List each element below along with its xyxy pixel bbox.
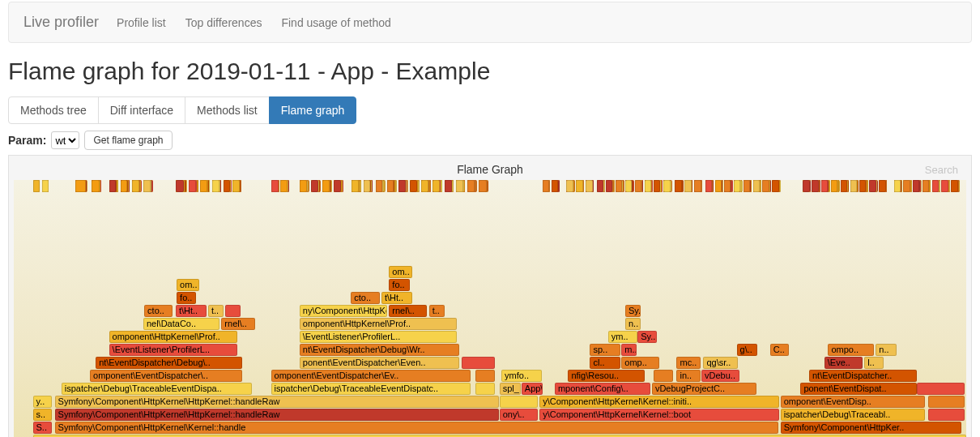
nav-profile-list[interactable]: Profile list <box>117 16 166 29</box>
flame-frame[interactable]: rnel\.. <box>389 305 427 317</box>
flame-frame[interactable] <box>500 396 538 408</box>
flame-frame[interactable] <box>42 180 49 192</box>
nav-top-diff[interactable]: Top differences <box>185 16 262 29</box>
flame-frame[interactable] <box>913 180 919 192</box>
flame-frame[interactable] <box>654 370 673 382</box>
flame-frame[interactable] <box>675 180 682 192</box>
flame-frame[interactable] <box>75 180 85 192</box>
flame-frame[interactable]: ispatcher\Debug\TraceableEventDispa.. <box>62 383 252 395</box>
flame-frame[interactable] <box>109 180 117 192</box>
flame-search[interactable]: Search <box>925 164 958 176</box>
flame-frame[interactable] <box>387 180 394 192</box>
flame-frame[interactable]: n.. <box>876 344 897 356</box>
flame-frame[interactable] <box>831 180 837 192</box>
flame-frame[interactable]: \EventListener\ProfilerL.. <box>300 331 457 343</box>
flame-frame[interactable] <box>143 180 151 192</box>
flame-frame[interactable] <box>176 180 184 192</box>
flame-frame[interactable] <box>232 180 240 192</box>
flame-frame[interactable]: ponent\EventDispat.. <box>800 383 916 395</box>
flame-frame[interactable]: \Eve.. <box>824 357 863 369</box>
flame-frame[interactable] <box>475 383 495 395</box>
tab-methods-list[interactable]: Methods list <box>185 96 270 124</box>
flame-frame[interactable]: g\.. <box>737 344 758 356</box>
param-select[interactable]: wt <box>51 131 79 149</box>
flame-frame[interactable] <box>859 180 866 192</box>
flame-frame[interactable]: ny\Component\HttpKernel\HttpKernel::fil.… <box>300 305 387 317</box>
flame-frame[interactable] <box>479 180 487 192</box>
flame-frame[interactable]: omponent\EventDispatcher\.. <box>90 370 242 382</box>
tab-flame-graph[interactable]: Flame graph <box>269 96 357 124</box>
flame-frame[interactable]: nt\EventDispatcher.. <box>809 370 917 382</box>
flame-frame[interactable] <box>928 409 965 421</box>
flame-frame[interactable] <box>92 180 100 192</box>
flame-frame[interactable] <box>311 180 318 192</box>
flame-frame[interactable]: sp.. <box>590 344 620 356</box>
flame-frame[interactable]: m.. <box>621 344 637 356</box>
flame-graph[interactable]: om..om..fo..fo..cto..t\Ht..cto..t\Ht..t.… <box>14 180 966 437</box>
flame-frame[interactable]: y.. <box>33 396 53 408</box>
flame-frame[interactable]: Symfony\Component\HttpKernel\HttpKernel:… <box>55 396 499 408</box>
flame-frame[interactable] <box>410 180 417 192</box>
flame-frame[interactable] <box>566 180 573 192</box>
flame-frame[interactable] <box>456 180 463 192</box>
flame-frame[interactable] <box>462 357 495 369</box>
brand[interactable]: Live profiler <box>23 14 99 31</box>
flame-frame[interactable] <box>654 180 660 192</box>
flame-frame[interactable] <box>663 180 671 192</box>
flame-frame[interactable] <box>352 180 359 192</box>
flame-frame[interactable] <box>903 180 910 192</box>
flame-frame[interactable] <box>280 180 288 192</box>
flame-frame[interactable] <box>724 180 731 192</box>
flame-frame[interactable]: \EventListener\ProfilerL.. <box>109 344 238 356</box>
tab-diff-interface[interactable]: Diff interface <box>98 96 185 124</box>
flame-frame[interactable] <box>879 180 886 192</box>
flame-frame[interactable] <box>200 180 207 192</box>
tab-methods-tree[interactable]: Methods tree <box>8 96 99 124</box>
flame-frame[interactable]: Sy.. <box>625 305 641 317</box>
flame-frame[interactable] <box>398 180 405 192</box>
flame-frame[interactable] <box>869 180 876 192</box>
flame-frame[interactable] <box>421 180 428 192</box>
flame-frame[interactable]: omponent\EventDispatcher\Ev.. <box>271 370 471 382</box>
flame-frame[interactable] <box>189 180 196 192</box>
flame-frame[interactable]: omp.. <box>621 357 659 369</box>
flame-frame[interactable]: y\Component\HttpKernel\Kernel::initi.. <box>539 396 779 408</box>
flame-frame[interactable] <box>432 180 440 192</box>
flame-frame[interactable]: mponent\Config\.. <box>555 383 650 395</box>
flame-frame[interactable] <box>586 180 593 192</box>
flame-frame[interactable] <box>821 180 828 192</box>
flame-frame[interactable] <box>772 180 779 192</box>
flame-frame[interactable] <box>445 180 452 192</box>
flame-frame[interactable]: ponent\EventDispatcher\Even.. <box>300 357 460 369</box>
flame-frame[interactable] <box>922 180 929 192</box>
flame-frame[interactable] <box>212 180 219 192</box>
flame-frame[interactable]: t.. <box>429 305 445 317</box>
flame-frame[interactable] <box>625 180 632 192</box>
flame-frame[interactable] <box>543 180 549 192</box>
flame-frame[interactable]: ispatcher\Debug\Traceabl.. <box>781 409 926 421</box>
nav-find-usage[interactable]: Find usage of method <box>281 16 390 29</box>
flame-frame[interactable] <box>941 180 948 192</box>
flame-frame[interactable]: Sy.. <box>637 331 657 343</box>
flame-frame[interactable]: omponent\HttpKernel\Prof.. <box>300 318 457 330</box>
flame-frame[interactable]: ym.. <box>608 331 637 343</box>
flame-frame[interactable] <box>475 370 495 382</box>
flame-frame[interactable]: mc.. <box>676 357 700 369</box>
flame-frame[interactable]: t\Ht.. <box>176 305 207 317</box>
flame-frame[interactable] <box>271 180 279 192</box>
flame-frame[interactable] <box>467 180 475 192</box>
flame-frame[interactable]: App\.. <box>522 383 543 395</box>
get-flame-graph-button[interactable]: Get flame graph <box>84 131 172 150</box>
flame-frame[interactable]: C.. <box>770 344 790 356</box>
flame-frame[interactable]: om.. <box>389 266 411 278</box>
flame-frame[interactable] <box>951 180 958 192</box>
flame-frame[interactable]: l.. <box>864 357 884 369</box>
flame-frame[interactable] <box>322 180 330 192</box>
flame-frame[interactable]: cl.. <box>590 357 620 369</box>
flame-frame[interactable]: omponent\HttpKernel\Prof.. <box>109 331 238 343</box>
flame-frame[interactable] <box>694 180 701 192</box>
flame-frame[interactable] <box>812 180 819 192</box>
flame-frame[interactable] <box>684 180 692 192</box>
flame-frame[interactable] <box>917 383 965 395</box>
flame-frame[interactable]: vDebu.. <box>701 370 739 382</box>
